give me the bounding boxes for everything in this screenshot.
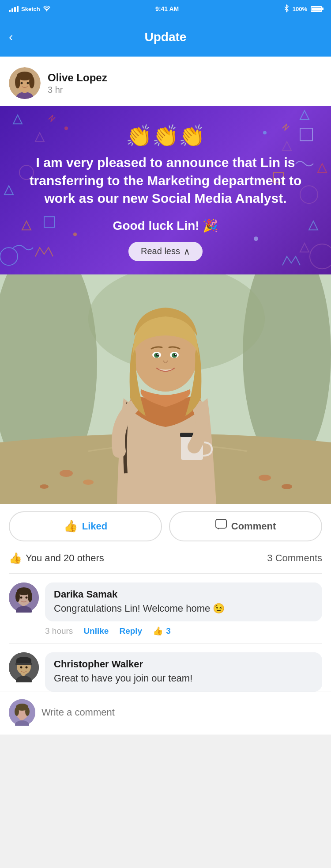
page-title: Update (145, 30, 187, 44)
svg-point-36 (40, 484, 49, 489)
svg-marker-10 (13, 115, 22, 124)
svg-marker-14 (318, 164, 327, 172)
svg-point-75 (15, 707, 19, 716)
banner-emoji: 👏👏👏 (18, 124, 313, 148)
svg-point-57 (15, 591, 20, 602)
svg-point-34 (60, 470, 73, 477)
svg-point-37 (259, 475, 271, 481)
carrier-label: Sketch (21, 6, 40, 12)
svg-point-49 (158, 354, 159, 355)
like-label: Liked (82, 521, 107, 532)
unlike-button-darika[interactable]: Unlike (83, 626, 109, 636)
banner-main-text: I am very pleased to announce that Lin i… (18, 154, 313, 208)
nav-bar: ‹ Update (0, 18, 331, 57)
svg-rect-51 (216, 519, 226, 528)
comment-actions-darika: 3 hours Unlike Reply 👍 3 (0, 621, 331, 643)
svg-marker-18 (300, 243, 309, 252)
comment-likes-darika: 👍 3 (153, 626, 171, 636)
likes-text: You and 20 others (26, 552, 104, 564)
battery-percentage: 100% (293, 6, 307, 12)
author-name: Olive Lopez (48, 72, 107, 84)
comment-icon (215, 519, 227, 533)
likes-thumb-icon: 👍 (9, 552, 22, 564)
comments-count: 3 Comments (267, 552, 322, 564)
status-bar-right: 100% (284, 4, 322, 14)
svg-marker-12 (300, 110, 309, 119)
comment-text-darika: Congratulations Lin! Welcome home 😉 (54, 602, 313, 616)
status-bar-left: Sketch (9, 5, 51, 13)
commenter-avatar-darika (9, 582, 39, 613)
svg-point-60 (26, 596, 28, 598)
comment-item: Darika Samak Congratulations Lin! Welcom… (0, 574, 331, 622)
svg-point-76 (25, 707, 30, 716)
svg-rect-67 (15, 663, 32, 665)
battery-icon (311, 6, 322, 12)
svg-point-6 (15, 76, 20, 88)
banner-content: 👏👏👏 I am very pleased to announce that L… (18, 124, 313, 233)
author-avatar (9, 67, 41, 99)
svg-point-7 (29, 76, 34, 88)
like-icon: 👍 (64, 519, 78, 533)
comment-bubble-darika: Darika Samak Congratulations Lin! Welcom… (45, 582, 322, 622)
svg-point-9 (27, 82, 29, 84)
commenter-name-darika: Darika Samak (54, 589, 313, 600)
svg-point-29 (73, 232, 77, 236)
comment-label: Comment (231, 521, 276, 532)
action-buttons: 👍 Liked Comment (0, 504, 331, 548)
svg-point-68 (20, 666, 23, 669)
svg-point-38 (282, 484, 292, 489)
author-info: Olive Lopez 3 hr (48, 72, 107, 95)
commenter-avatar-chris (9, 652, 39, 682)
post-photo (0, 274, 331, 504)
svg-point-58 (28, 591, 32, 602)
comment-item-chris: Christopher Walker Great to have you joi… (0, 643, 331, 692)
comments-section: Darika Samak Congratulations Lin! Welcom… (0, 574, 331, 692)
comment-like-icon: 👍 (153, 626, 163, 636)
status-bar: Sketch 9:41 AM 100% (0, 0, 331, 18)
current-user-avatar (9, 699, 35, 726)
announcement-banner: 👏👏👏 I am very pleased to announce that L… (0, 106, 331, 274)
svg-point-50 (175, 354, 177, 355)
commenter-name-chris: Christopher Walker (54, 659, 313, 670)
comment-like-count-darika: 3 (166, 626, 171, 636)
comment-text-chris: Great to have you join our team! (54, 672, 313, 685)
post-photo-svg (0, 274, 331, 504)
stats-row: 👍 You and 20 others 3 Comments (0, 548, 331, 573)
like-button[interactable]: 👍 Liked (9, 511, 162, 541)
back-button[interactable]: ‹ (9, 30, 13, 44)
svg-point-21 (310, 244, 331, 269)
svg-point-0 (46, 10, 47, 11)
comment-bubble-chris: Christopher Walker Great to have you joi… (45, 652, 322, 692)
status-bar-time: 9:41 AM (155, 5, 179, 12)
svg-point-28 (254, 236, 258, 241)
svg-point-35 (83, 480, 94, 485)
banner-secondary-text: Good luck Lin! 🎉 (18, 218, 313, 233)
bluetooth-icon (284, 4, 289, 14)
likes-count: 👍 You and 20 others (9, 552, 104, 564)
reply-button-darika[interactable]: Reply (119, 626, 142, 636)
svg-point-22 (0, 247, 18, 265)
svg-point-8 (21, 82, 23, 84)
comment-time-darika: 3 hours (45, 626, 73, 636)
comment-button[interactable]: Comment (169, 511, 322, 541)
svg-point-59 (20, 596, 23, 598)
svg-point-69 (26, 666, 28, 669)
comment-input-field[interactable] (41, 700, 322, 725)
svg-marker-15 (4, 186, 13, 194)
user-header: Olive Lopez 3 hr (0, 57, 331, 106)
signal-icon (9, 6, 19, 12)
post-time: 3 hr (48, 85, 107, 95)
post-card: Olive Lopez 3 hr (0, 57, 331, 735)
comment-input-row (0, 692, 331, 735)
wifi-icon (43, 5, 51, 13)
